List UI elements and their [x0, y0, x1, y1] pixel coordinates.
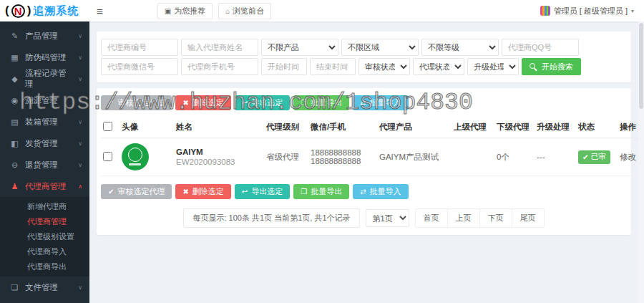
delete-selected-button[interactable]: ✖ 删除选定	[175, 95, 230, 110]
upgrade-select[interactable]: 升级处理	[467, 58, 519, 75]
col-name: 姓名	[174, 117, 264, 138]
pagination-summary: 每页显示: 100条 共1页 当前第1页, 共1个记录	[183, 208, 359, 228]
search-label: 开始搜索	[542, 62, 573, 72]
product-select[interactable]: 不限产品	[261, 39, 338, 56]
browse-front-label: 浏览前台	[233, 6, 264, 16]
agent-wechat-input[interactable]	[101, 58, 178, 75]
col-product: 代理产品	[377, 117, 452, 138]
delete-selected-label: 删除选定	[192, 97, 224, 108]
main-content: 不限产品 不限区域 不限等级 审核状态 代理状态 升级处理 开始搜索 ✔ 审核选…	[89, 21, 638, 303]
chevron-down-icon: ∨	[78, 97, 82, 104]
col-wechat-phone: 微信/手机	[308, 117, 377, 138]
col-upgrade: 升级处理	[535, 117, 576, 138]
export-selected-label: 导出选定	[251, 186, 283, 197]
row-checkbox[interactable]	[103, 152, 112, 161]
next-page-button[interactable]: 下页	[479, 208, 512, 228]
submenu-item-agent-export[interactable]: 代理商导出	[0, 259, 89, 274]
filter-panel: 不限产品 不限区域 不限等级 审核状态 代理状态 升级处理 开始搜索	[97, 32, 631, 82]
end-time-input[interactable]	[310, 58, 356, 75]
sidebar-item-boxing[interactable]: ▤ 装箱管理 ∨	[0, 111, 89, 133]
audit-status-select[interactable]: 审核状态	[358, 58, 410, 75]
delete-selected-button[interactable]: ✖ 删除选定	[175, 184, 230, 199]
scrollbar-thumb[interactable]	[639, 23, 643, 109]
batch-export-button[interactable]: ❐ 批量导出	[293, 184, 349, 199]
sidebar-item-trace[interactable]: ◉ 溯源管理 ∨	[0, 90, 89, 111]
chevron-down-icon: ∨	[78, 119, 82, 125]
submenu-item-agent-levels[interactable]: 代理级别设置	[0, 229, 89, 244]
agent-qq-input[interactable]	[502, 39, 579, 56]
sidebar-item-agents[interactable]: ♟ 代理商管理 ∧	[0, 175, 89, 197]
logo-paren-left-icon: (	[5, 4, 9, 18]
chevron-down-icon: ∨	[78, 76, 82, 82]
minus-circle-icon: ⊖	[10, 160, 19, 170]
agent-avatar	[122, 143, 149, 170]
audit-selected-button[interactable]: ✔ 审核选定代理	[101, 184, 172, 199]
prev-page-button[interactable]: 上页	[447, 208, 480, 228]
tag-icon: ◆	[10, 74, 19, 84]
page-scrollbar[interactable]	[638, 21, 644, 303]
table-icon: ▤	[10, 117, 19, 127]
browse-front-button[interactable]: ⌂ 浏览前台	[218, 3, 271, 19]
batch-export-label: 批量导出	[311, 97, 342, 108]
user-label: 管理员 [ 超级管理员 ]	[554, 6, 628, 16]
recommend-icon: ▣	[165, 7, 171, 15]
status-badge: ✔ 已审	[578, 150, 610, 164]
export-selected-button[interactable]: ↩ 导出选定	[235, 184, 290, 199]
chevron-down-icon: ∨	[78, 54, 82, 61]
col-sub: 下级代理	[494, 117, 535, 138]
search-button[interactable]: 开始搜索	[522, 58, 581, 75]
batch-export-button[interactable]: ❐ 批量导出	[293, 95, 349, 110]
start-time-input[interactable]	[261, 58, 307, 75]
submenu-item-agent-import[interactable]: 代理商导入	[0, 244, 89, 259]
check-icon: ✔	[108, 188, 114, 196]
sidebar-item-shipping[interactable]: ◧ 发货管理 ∨	[0, 133, 89, 154]
agent-wechat: 18888888888	[311, 148, 375, 157]
audit-selected-button[interactable]: ✔ 审核选定代理	[101, 95, 172, 110]
agent-status-select[interactable]: 代理状态	[413, 58, 464, 75]
sidebar-item-files[interactable]: ❏ 文件管理 ∨	[0, 276, 89, 298]
chevron-down-icon: ∨	[78, 284, 82, 291]
agent-product: GAIYM产品测试	[377, 138, 452, 176]
sidebar-item-label: 代理商管理	[25, 181, 67, 192]
toolbar-bottom: ✔ 审核选定代理 ✖ 删除选定 ↩ 导出选定 ❐ 批量导出 ⇄ 批量导入	[101, 184, 627, 199]
batch-import-button[interactable]: ⇄ 批量导入	[353, 184, 408, 199]
agent-name-input[interactable]	[181, 39, 258, 56]
sidebar-item-label: 文件管理	[25, 282, 58, 293]
level-select[interactable]: 不限等级	[421, 39, 499, 56]
col-status: 状态	[576, 117, 618, 138]
first-page-button[interactable]: 首页	[415, 208, 448, 228]
export-selected-button[interactable]: ↩ 导出选定	[235, 95, 290, 110]
recommend-button[interactable]: ▣ 为您推荐	[157, 3, 213, 19]
submenu-item-add-agent[interactable]: 新增代理商	[0, 199, 89, 214]
pagination: 每页显示: 100条 共1页 当前第1页, 共1个记录 第1页 首页 上页 下页…	[101, 208, 627, 228]
menu-toggle-icon[interactable]: ≡	[97, 5, 103, 17]
agent-phone-input[interactable]	[181, 58, 258, 75]
last-page-button[interactable]: 尾页	[512, 208, 545, 228]
user-menu[interactable]: 管理员 [ 超级管理员 ] ▾	[540, 6, 634, 16]
agent-no-input[interactable]	[101, 39, 178, 56]
sidebar-item-process-records[interactable]: ◆ 流程记录管理 ∨	[0, 68, 89, 90]
agent-parent	[452, 138, 494, 176]
batch-import-label: 批量导入	[370, 97, 401, 108]
sidebar-item-products[interactable]: ✎ 产品管理 ∨	[0, 25, 89, 47]
submenu-item-agent-manage[interactable]: 代理商管理	[0, 214, 89, 229]
page-select[interactable]: 第1页	[366, 209, 409, 227]
batch-import-button[interactable]: ⇄ 批量导入	[353, 95, 408, 110]
copy-icon: ❐	[301, 99, 307, 107]
app-logo[interactable]: ( N ) 追溯系统	[0, 4, 89, 18]
agents-table: 头像 姓名 代理级别 微信/手机 代理产品 上级代理 下级代理 升级处理 状态 …	[101, 117, 644, 176]
sidebar-item-anticode[interactable]: ▦ 防伪码管理 ∨	[0, 47, 89, 68]
select-all-checkbox[interactable]	[103, 122, 112, 131]
audit-selected-label: 审核选定代理	[117, 97, 165, 108]
delete-selected-label: 删除选定	[192, 186, 224, 197]
top-header: ( N ) 追溯系统 ≡ ▣ 为您推荐 ⌂ 浏览前台 管理员 [ 超级管理员 ]…	[0, 0, 644, 21]
agent-upgrade: ---	[535, 138, 576, 176]
reply-arrow-icon: ↩	[242, 99, 248, 107]
sidebar-item-returns[interactable]: ⊖ 退货管理 ∨	[0, 154, 89, 175]
edit-link[interactable]: 修改	[620, 153, 636, 161]
toolbar-top: ✔ 审核选定代理 ✖ 删除选定 ↩ 导出选定 ❐ 批量导出 ⇄ 批量导入	[101, 95, 627, 110]
close-icon: ✖	[182, 99, 188, 107]
sidebar-item-query-records[interactable]: ◷ 查询记录 ∨	[0, 298, 89, 303]
agent-sub-count: 0个	[494, 138, 535, 176]
region-select[interactable]: 不限区域	[341, 39, 419, 56]
